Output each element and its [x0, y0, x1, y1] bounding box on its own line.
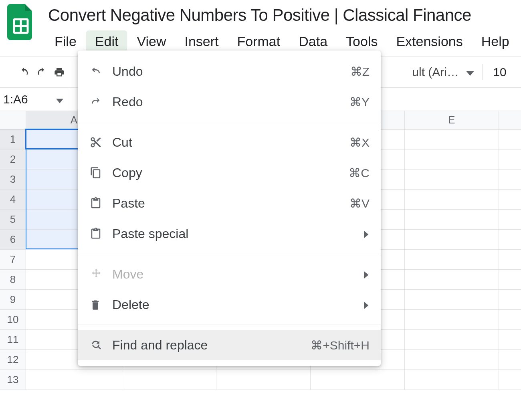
- paste-icon: [90, 197, 112, 209]
- undo-icon: [90, 65, 112, 77]
- toolbar-divider: [482, 64, 483, 80]
- row-header[interactable]: 7: [0, 250, 26, 270]
- menu-extensions[interactable]: Extensions: [387, 30, 471, 52]
- menu-data[interactable]: Data: [290, 30, 336, 52]
- row-header[interactable]: 11: [0, 330, 26, 350]
- menu-item-label: Paste: [112, 196, 349, 211]
- menu-view[interactable]: View: [128, 30, 175, 52]
- name-box-value: 1:A6: [3, 93, 28, 106]
- menu-separator: [78, 325, 381, 325]
- menu-item-paste-special[interactable]: Paste special: [78, 218, 381, 249]
- menu-item-shortcut: ⌘C: [349, 166, 370, 180]
- row-header[interactable]: 3: [0, 170, 26, 190]
- redo-button[interactable]: [33, 67, 50, 78]
- menu-separator: [78, 122, 381, 122]
- font-family-label: ult (Ari…: [412, 65, 459, 79]
- menu-item-shortcut: ⌘Z: [350, 65, 370, 79]
- menu-item-shortcut: ⌘V: [349, 196, 370, 210]
- row-header[interactable]: 12: [0, 350, 26, 370]
- menu-help[interactable]: Help: [473, 30, 518, 52]
- menu-item-label: Paste special: [112, 226, 363, 241]
- submenu-arrow-icon: [363, 297, 370, 312]
- dropdown-arrow-icon: [56, 93, 63, 106]
- cut-icon: [90, 136, 112, 148]
- document-title[interactable]: Convert Negative Numbers To Positive | C…: [46, 4, 521, 25]
- paste-icon: [90, 228, 112, 240]
- menu-item-shortcut: ⌘X: [349, 135, 370, 149]
- menu-tools[interactable]: Tools: [337, 30, 386, 52]
- sheets-logo[interactable]: [7, 4, 34, 40]
- row-header[interactable]: 4: [0, 190, 26, 210]
- redo-icon: [90, 96, 112, 108]
- menu-item-undo[interactable]: Undo ⌘Z: [78, 56, 381, 87]
- menu-item-label: Move: [112, 267, 363, 282]
- menu-item-label: Undo: [112, 64, 350, 79]
- menu-edit[interactable]: Edit: [86, 30, 127, 52]
- row-header[interactable]: 5: [0, 210, 26, 230]
- header: Convert Negative Numbers To Positive | C…: [0, 0, 521, 57]
- menu-insert[interactable]: Insert: [176, 30, 227, 52]
- move-icon: [90, 268, 112, 281]
- title-area: Convert Negative Numbers To Positive | C…: [46, 4, 521, 57]
- menu-item-redo[interactable]: Redo ⌘Y: [78, 87, 381, 117]
- name-box[interactable]: 1:A6: [0, 88, 70, 111]
- find-replace-icon: [90, 339, 112, 351]
- menu-item-label: Redo: [112, 95, 349, 109]
- menu-item-shortcut: ⌘+Shift+H: [311, 338, 370, 352]
- row-header[interactable]: 10: [0, 310, 26, 330]
- menu-item-label: Cut: [112, 135, 349, 150]
- menu-truncated[interactable]: L: [519, 30, 521, 52]
- submenu-arrow-icon: [363, 267, 370, 282]
- submenu-arrow-icon: [363, 226, 370, 241]
- row-header[interactable]: 8: [0, 270, 26, 290]
- copy-icon: [90, 167, 112, 179]
- menu-item-label: Copy: [112, 166, 349, 180]
- menu-item-paste[interactable]: Paste ⌘V: [78, 188, 381, 218]
- menu-item-label: Delete: [112, 297, 363, 312]
- menu-format[interactable]: Format: [228, 30, 289, 52]
- menu-item-shortcut: ⌘Y: [349, 95, 370, 109]
- menu-item-find-replace[interactable]: Find and replace ⌘+Shift+H: [78, 330, 381, 360]
- print-button[interactable]: [50, 67, 68, 78]
- menu-item-cut[interactable]: Cut ⌘X: [78, 127, 381, 158]
- row-headers: 1 2 3 4 5 6 7 8 9 10 11 12 13: [0, 129, 26, 390]
- menu-item-label: Find and replace: [112, 338, 311, 353]
- row-header[interactable]: 2: [0, 149, 26, 170]
- row-header[interactable]: 9: [0, 290, 26, 310]
- undo-button[interactable]: [15, 67, 33, 78]
- font-size-input[interactable]: 10: [491, 65, 509, 79]
- menu-item-copy[interactable]: Copy ⌘C: [78, 158, 381, 188]
- delete-icon: [90, 299, 112, 311]
- menu-item-move: Move: [78, 259, 381, 289]
- menu-item-delete[interactable]: Delete: [78, 289, 381, 320]
- select-all-corner[interactable]: [0, 111, 26, 129]
- edit-menu-dropdown: Undo ⌘Z Redo ⌘Y Cut ⌘X Copy ⌘C Paste ⌘V: [78, 50, 381, 366]
- menu-separator: [78, 254, 381, 254]
- row-header[interactable]: 6: [0, 230, 26, 250]
- menu-file[interactable]: File: [46, 30, 85, 52]
- column-header[interactable]: [499, 111, 521, 129]
- column-header-e[interactable]: E: [405, 111, 499, 129]
- dropdown-arrow-icon: [466, 65, 474, 79]
- font-family-picker[interactable]: ult (Ari…: [412, 65, 474, 79]
- row-header[interactable]: 1: [0, 129, 26, 149]
- row-header[interactable]: 13: [0, 370, 26, 390]
